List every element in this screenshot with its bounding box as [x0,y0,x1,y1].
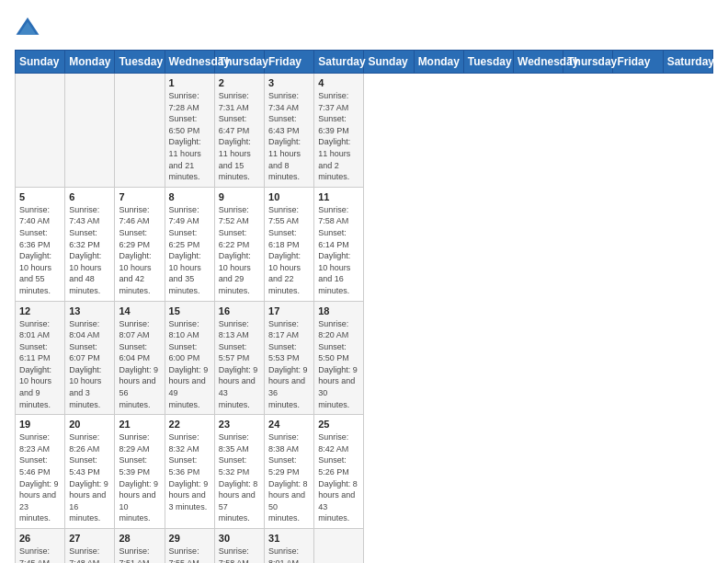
day-info: Sunrise: 8:07 AM Sunset: 6:04 PM Dayligh… [119,318,160,411]
day-number: 26 [19,533,61,544]
day-number: 20 [69,419,110,430]
day-number: 1 [169,77,210,88]
calendar-cell: 2Sunrise: 7:31 AM Sunset: 6:47 PM Daylig… [214,74,264,188]
day-number: 13 [69,305,110,316]
day-info: Sunrise: 8:13 AM Sunset: 5:57 PM Dayligh… [219,318,260,411]
day-number: 9 [219,191,260,202]
calendar-cell: 20Sunrise: 8:26 AM Sunset: 5:43 PM Dayli… [65,415,115,529]
day-info: Sunrise: 8:23 AM Sunset: 5:46 PM Dayligh… [19,431,61,524]
page-header [15,15,713,40]
day-number: 16 [219,305,260,316]
calendar-cell: 29Sunrise: 7:55 AM Sunset: 4:12 PM Dayli… [165,529,214,564]
day-of-week-header: Thursday [563,51,613,74]
calendar-cell: 27Sunrise: 7:48 AM Sunset: 4:19 PM Dayli… [65,529,115,564]
day-info: Sunrise: 8:17 AM Sunset: 5:53 PM Dayligh… [268,318,310,411]
day-info: Sunrise: 7:31 AM Sunset: 6:47 PM Dayligh… [219,90,260,183]
day-info: Sunrise: 8:42 AM Sunset: 5:26 PM Dayligh… [318,431,359,524]
day-number: 30 [219,533,260,544]
day-of-week-header: Thursday [214,51,264,74]
day-info: Sunrise: 8:20 AM Sunset: 5:50 PM Dayligh… [318,318,359,411]
calendar-cell: 14Sunrise: 8:07 AM Sunset: 6:04 PM Dayli… [115,301,165,415]
day-of-week-header: Monday [65,51,115,74]
day-number: 25 [318,419,359,430]
day-of-week-header: Tuesday [463,51,513,74]
day-info: Sunrise: 7:52 AM Sunset: 6:22 PM Dayligh… [219,204,260,297]
day-number: 10 [268,191,310,202]
day-number: 3 [268,77,310,88]
calendar-cell: 18Sunrise: 8:20 AM Sunset: 5:50 PM Dayli… [314,301,364,415]
day-info: Sunrise: 8:29 AM Sunset: 5:39 PM Dayligh… [119,431,160,524]
calendar-cell [314,529,364,564]
day-info: Sunrise: 7:40 AM Sunset: 6:36 PM Dayligh… [19,204,61,297]
calendar-cell: 3Sunrise: 7:34 AM Sunset: 6:43 PM Daylig… [265,74,314,188]
day-number: 19 [19,419,61,430]
calendar-cell: 11Sunrise: 7:58 AM Sunset: 6:14 PM Dayli… [314,187,364,301]
logo-icon [15,15,40,40]
day-info: Sunrise: 8:38 AM Sunset: 5:29 PM Dayligh… [268,431,310,524]
calendar-cell: 15Sunrise: 8:10 AM Sunset: 6:00 PM Dayli… [165,301,214,415]
day-number: 23 [219,419,260,430]
day-info: Sunrise: 7:28 AM Sunset: 6:50 PM Dayligh… [169,90,210,183]
calendar-cell [16,74,65,188]
day-number: 5 [19,191,61,202]
calendar-cell: 1Sunrise: 7:28 AM Sunset: 6:50 PM Daylig… [165,74,214,188]
calendar-week-row: 5Sunrise: 7:40 AM Sunset: 6:36 PM Daylig… [16,187,713,301]
day-number: 12 [19,305,61,316]
calendar-cell: 30Sunrise: 7:58 AM Sunset: 4:09 PM Dayli… [214,529,264,564]
day-of-week-header: Wednesday [514,51,563,74]
logo [15,15,44,40]
calendar-cell: 5Sunrise: 7:40 AM Sunset: 6:36 PM Daylig… [16,187,65,301]
day-of-week-header: Friday [613,51,663,74]
day-info: Sunrise: 8:01 AM Sunset: 4:05 PM Dayligh… [268,546,310,563]
day-number: 24 [268,419,310,430]
day-number: 8 [169,191,210,202]
day-number: 31 [268,533,310,544]
day-info: Sunrise: 7:37 AM Sunset: 6:39 PM Dayligh… [318,90,359,183]
day-number: 11 [318,191,359,202]
calendar-cell: 16Sunrise: 8:13 AM Sunset: 5:57 PM Dayli… [214,301,264,415]
calendar-cell: 13Sunrise: 8:04 AM Sunset: 6:07 PM Dayli… [65,301,115,415]
calendar-cell: 25Sunrise: 8:42 AM Sunset: 5:26 PM Dayli… [314,415,364,529]
day-number: 21 [119,419,160,430]
calendar-header-row: SundayMondayTuesdayWednesdayThursdayFrid… [16,51,713,74]
day-info: Sunrise: 8:10 AM Sunset: 6:00 PM Dayligh… [169,318,210,411]
calendar-week-row: 1Sunrise: 7:28 AM Sunset: 6:50 PM Daylig… [16,74,713,188]
day-info: Sunrise: 7:49 AM Sunset: 6:25 PM Dayligh… [169,204,210,297]
day-number: 2 [219,77,260,88]
day-number: 29 [169,533,210,544]
day-of-week-header: Sunday [364,51,414,74]
day-of-week-header: Tuesday [115,51,165,74]
calendar-cell: 12Sunrise: 8:01 AM Sunset: 6:11 PM Dayli… [16,301,65,415]
calendar-table: SundayMondayTuesdayWednesdayThursdayFrid… [15,50,713,563]
day-of-week-header: Friday [265,51,314,74]
calendar-cell: 22Sunrise: 8:32 AM Sunset: 5:36 PM Dayli… [165,415,214,529]
day-number: 27 [69,533,110,544]
calendar-week-row: 12Sunrise: 8:01 AM Sunset: 6:11 PM Dayli… [16,301,713,415]
calendar-cell: 19Sunrise: 8:23 AM Sunset: 5:46 PM Dayli… [16,415,65,529]
calendar-cell [115,74,165,188]
calendar-cell: 17Sunrise: 8:17 AM Sunset: 5:53 PM Dayli… [265,301,314,415]
day-info: Sunrise: 7:58 AM Sunset: 6:14 PM Dayligh… [318,204,359,297]
day-of-week-header: Wednesday [165,51,214,74]
day-info: Sunrise: 7:48 AM Sunset: 4:19 PM Dayligh… [69,546,110,563]
day-info: Sunrise: 8:01 AM Sunset: 6:11 PM Dayligh… [19,318,61,411]
calendar-cell: 28Sunrise: 7:51 AM Sunset: 4:15 PM Dayli… [115,529,165,564]
calendar-cell: 24Sunrise: 8:38 AM Sunset: 5:29 PM Dayli… [265,415,314,529]
day-of-week-header: Monday [414,51,463,74]
calendar-cell: 10Sunrise: 7:55 AM Sunset: 6:18 PM Dayli… [265,187,314,301]
day-info: Sunrise: 8:26 AM Sunset: 5:43 PM Dayligh… [69,431,110,524]
calendar-week-row: 26Sunrise: 7:45 AM Sunset: 4:22 PM Dayli… [16,529,713,564]
day-info: Sunrise: 7:55 AM Sunset: 6:18 PM Dayligh… [268,204,310,297]
day-number: 15 [169,305,210,316]
day-number: 14 [119,305,160,316]
day-number: 17 [268,305,310,316]
day-number: 7 [119,191,160,202]
calendar-cell: 31Sunrise: 8:01 AM Sunset: 4:05 PM Dayli… [265,529,314,564]
calendar-cell: 4Sunrise: 7:37 AM Sunset: 6:39 PM Daylig… [314,74,364,188]
day-of-week-header: Saturday [314,51,364,74]
day-number: 18 [318,305,359,316]
day-info: Sunrise: 7:45 AM Sunset: 4:22 PM Dayligh… [19,546,61,563]
calendar-cell: 6Sunrise: 7:43 AM Sunset: 6:32 PM Daylig… [65,187,115,301]
day-info: Sunrise: 8:32 AM Sunset: 5:36 PM Dayligh… [169,431,210,512]
day-info: Sunrise: 7:55 AM Sunset: 4:12 PM Dayligh… [169,546,210,563]
